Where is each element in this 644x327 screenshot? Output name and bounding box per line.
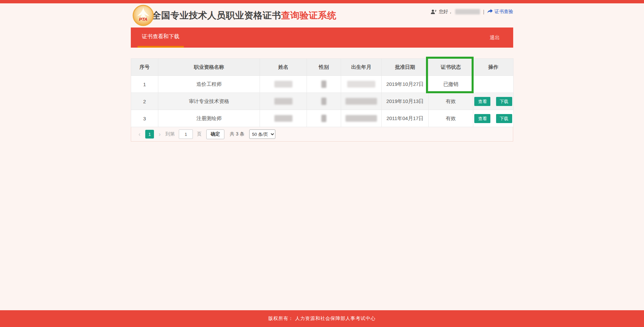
redacted-name [274,81,292,88]
user-icon [431,9,436,14]
pta-logo: PTA [132,5,154,26]
cell-name [260,110,307,127]
col-seq: 序号 [131,59,158,76]
redacted-gender [321,98,326,105]
col-status: 证书状态 [429,59,473,76]
redacted-username [455,9,480,14]
certificate-table: 序号 职业资格名称 姓名 性别 出生年月 批准日期 证书状态 操作 1 造价工程… [131,58,514,127]
goto-suffix-label: 页 [197,131,202,137]
cell-birth [341,93,382,110]
cell-birth [341,110,382,127]
download-button[interactable]: 下载 [496,97,512,106]
nav-spacer [184,28,490,48]
cell-approval-date: 2019年10月13日 [382,93,429,110]
goto-prefix-label: 到第 [165,131,175,137]
table-row: 1 造价工程师 2019年10月27日 已撤销 [131,76,514,93]
table-header-row: 序号 职业资格名称 姓名 性别 出生年月 批准日期 证书状态 操作 [131,59,514,76]
redacted-name [274,98,292,105]
table-row: 2 审计专业技术资格 2019年10月13日 有效 查看 下载 [131,93,514,110]
col-gender: 性别 [307,59,341,76]
page-title-main: 全国专业技术人员职业资格证书 [152,10,281,20]
cell-qualification: 注册测绘师 [158,110,260,127]
cell-status: 有效 [429,110,473,127]
cell-seq: 3 [131,110,158,127]
share-arrow-icon [487,9,493,15]
page-size-select[interactable]: 50 条/页 [249,129,275,139]
cell-approval-date: 2019年10月27日 [382,76,429,93]
cell-seq: 2 [131,93,158,110]
redacted-gender [321,80,326,88]
col-approval-date: 批准日期 [382,59,429,76]
redacted-birth [345,115,377,122]
copyright-text: 版权所有： 人力资源和社会保障部人事考试中心 [268,316,376,322]
svg-text:PTA: PTA [139,17,147,22]
redacted-name [274,115,292,122]
cell-actions: 查看 下载 [473,110,514,127]
redacted-birth [347,81,375,88]
tab-certificate-view-download[interactable]: 证书查看和下载 [138,28,184,48]
cell-name [260,93,307,110]
page-footer: 版权所有： 人力资源和社会保障部人事考试中心 [0,310,644,327]
col-actions: 操作 [473,59,514,76]
confirm-page-button[interactable]: 确定 [206,129,224,139]
certificate-table-card: 序号 职业资格名称 姓名 性别 出生年月 批准日期 证书状态 操作 1 造价工程… [131,58,513,142]
cell-name [260,76,307,93]
page-number-input[interactable] [179,129,193,139]
view-button[interactable]: 查看 [474,97,490,106]
cell-qualification: 造价工程师 [158,76,260,93]
next-page-icon[interactable]: › [156,131,163,138]
col-qualification: 职业资格名称 [158,59,260,76]
page-title-sub: 查询验证系统 [281,10,336,20]
cell-gender [307,76,341,93]
verify-link-label: 证书查验 [494,9,513,15]
tab-label: 证书查看和下载 [142,33,179,40]
page-title: 全国专业技术人员职业资格证书查询验证系统 [152,9,336,21]
total-count-label: 共 3 条 [230,131,245,137]
cell-seq: 1 [131,76,158,93]
view-button[interactable]: 查看 [474,114,490,123]
brand: PTA 全国专业技术人员职业资格证书查询验证系统 [132,5,336,26]
cell-status: 已撤销 [429,76,473,93]
logout-button[interactable]: 退出 [490,28,513,48]
col-birth: 出生年月 [341,59,382,76]
table-row: 3 注册测绘师 2011年04月17日 有效 查看 下载 [131,110,514,127]
cell-qualification: 审计专业技术资格 [158,93,260,110]
logout-label: 退出 [490,35,500,41]
download-button[interactable]: 下载 [496,114,512,123]
cell-approval-date: 2011年04月17日 [382,110,429,127]
greeting-text: 您好， [439,9,453,15]
redacted-gender [321,115,326,122]
redacted-birth [345,98,377,105]
cell-status: 有效 [429,93,473,110]
page-header: PTA 全国专业技术人员职业资格证书查询验证系统 您好， | 证书查验 [0,3,644,28]
top-accent-bar [0,0,644,3]
user-area: 您好， | 证书查验 [431,9,513,15]
cell-gender [307,93,341,110]
cell-gender [307,110,341,127]
cell-actions [473,76,514,93]
current-page-button[interactable]: 1 [145,130,154,139]
main-nav: 证书查看和下载 退出 [131,28,513,48]
divider: | [483,9,484,14]
col-name: 姓名 [260,59,307,76]
cell-actions: 查看 下载 [473,93,514,110]
pagination-bar: ‹ 1 › 到第 页 确定 共 3 条 50 条/页 [131,127,513,142]
cell-birth [341,76,382,93]
prev-page-icon[interactable]: ‹ [136,131,143,138]
certificate-verify-link[interactable]: 证书查验 [487,9,513,15]
